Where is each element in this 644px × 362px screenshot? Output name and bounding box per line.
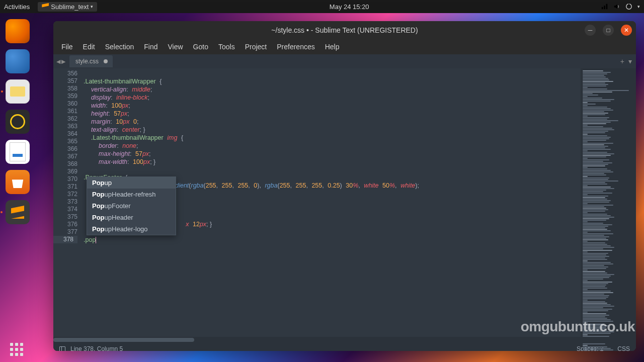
volume-icon[interactable] bbox=[613, 3, 620, 10]
power-icon[interactable] bbox=[625, 3, 632, 10]
tab-nav-back[interactable]: ◀ bbox=[56, 58, 60, 65]
maximize-button[interactable]: □ bbox=[603, 25, 614, 36]
menu-selection[interactable]: Selection bbox=[101, 41, 138, 53]
autocomplete-item[interactable]: PopupHeader-logo bbox=[87, 223, 176, 235]
text-cursor bbox=[96, 237, 96, 243]
chevron-down-icon: ▾ bbox=[91, 4, 93, 9]
show-applications-button[interactable] bbox=[10, 343, 23, 356]
new-tab-button[interactable]: + bbox=[620, 57, 624, 65]
dock-sublime[interactable] bbox=[6, 200, 30, 224]
svg-rect-2 bbox=[606, 4, 608, 10]
activities-button[interactable]: Activities bbox=[4, 3, 30, 11]
dock-rhythmbox[interactable] bbox=[6, 110, 30, 134]
scrollbar-thumb[interactable] bbox=[53, 338, 194, 342]
tab-style-css[interactable]: style.css bbox=[69, 55, 113, 67]
watermark-text: omgubuntu.co.uk bbox=[521, 319, 635, 335]
code-content[interactable]: .Latest-thumbnailWrapper { vertical-alig… bbox=[82, 68, 581, 337]
svg-rect-0 bbox=[602, 7, 603, 9]
sublime-small-icon bbox=[42, 3, 49, 10]
autocomplete-popup[interactable]: PopupPopupHeader-refreshPopupFooterPopup… bbox=[87, 176, 176, 235]
horizontal-scrollbar[interactable] bbox=[53, 337, 636, 343]
menu-file[interactable]: File bbox=[57, 41, 77, 53]
menu-help[interactable]: Help bbox=[321, 41, 344, 53]
system-menu-chevron-icon[interactable]: ▾ bbox=[637, 4, 640, 9]
window-title: ~/style.css • - Sublime Text (UNREGISTER… bbox=[271, 26, 418, 34]
autocomplete-item[interactable]: PopupHeader-refresh bbox=[87, 189, 176, 200]
dock bbox=[0, 13, 35, 362]
menu-preferences[interactable]: Preferences bbox=[273, 41, 318, 53]
menu-view[interactable]: View bbox=[164, 41, 187, 53]
dock-thunderbird[interactable] bbox=[6, 49, 30, 73]
svg-rect-4 bbox=[628, 4, 629, 6]
network-icon[interactable] bbox=[601, 3, 608, 10]
close-button[interactable]: ✕ bbox=[621, 25, 632, 36]
sublime-window: ~/style.css • - Sublime Text (UNREGISTER… bbox=[53, 21, 636, 351]
menu-find[interactable]: Find bbox=[140, 41, 162, 53]
tab-menu-chevron-icon[interactable]: ▾ bbox=[628, 57, 632, 65]
line-gutter: 3563573583593603613623633643653663673683… bbox=[53, 68, 82, 337]
svg-rect-1 bbox=[604, 6, 605, 9]
dock-firefox[interactable] bbox=[6, 19, 30, 43]
dock-writer[interactable] bbox=[6, 140, 30, 164]
app-menu[interactable]: Sublime_text ▾ bbox=[38, 2, 97, 12]
autocomplete-item[interactable]: Popup bbox=[87, 177, 176, 189]
menubar: File Edit Selection Find View Goto Tools… bbox=[53, 39, 636, 54]
panel-switcher-icon[interactable] bbox=[59, 346, 65, 351]
editor-area[interactable]: 3563573583593603613623633643653663673683… bbox=[53, 68, 636, 337]
status-bar: Line 378, Column 5 Spaces: 2 CSS bbox=[53, 343, 636, 351]
minimize-button[interactable]: ─ bbox=[585, 25, 596, 36]
menu-project[interactable]: Project bbox=[241, 41, 271, 53]
tab-label: style.css bbox=[75, 58, 99, 65]
clock[interactable]: May 24 15:20 bbox=[97, 3, 601, 11]
menu-goto[interactable]: Goto bbox=[189, 41, 212, 53]
status-position[interactable]: Line 378, Column 5 bbox=[70, 345, 123, 351]
app-menu-label: Sublime_text bbox=[51, 3, 89, 11]
menu-edit[interactable]: Edit bbox=[79, 41, 99, 53]
tab-bar: ◀ ▶ style.css + ▾ bbox=[53, 54, 636, 68]
gnome-top-bar: Activities Sublime_text ▾ May 24 15:20 ▾ bbox=[0, 0, 644, 13]
minimap[interactable] bbox=[581, 68, 636, 337]
titlebar[interactable]: ~/style.css • - Sublime Text (UNREGISTER… bbox=[53, 21, 636, 39]
dock-software[interactable] bbox=[6, 170, 30, 194]
dock-files[interactable] bbox=[6, 79, 30, 104]
dirty-indicator-icon bbox=[104, 59, 108, 63]
menu-tools[interactable]: Tools bbox=[214, 41, 239, 53]
autocomplete-item[interactable]: PopupFooter bbox=[87, 200, 176, 212]
tab-nav-forward[interactable]: ▶ bbox=[61, 58, 65, 65]
autocomplete-item[interactable]: PopupHeader bbox=[87, 212, 176, 223]
